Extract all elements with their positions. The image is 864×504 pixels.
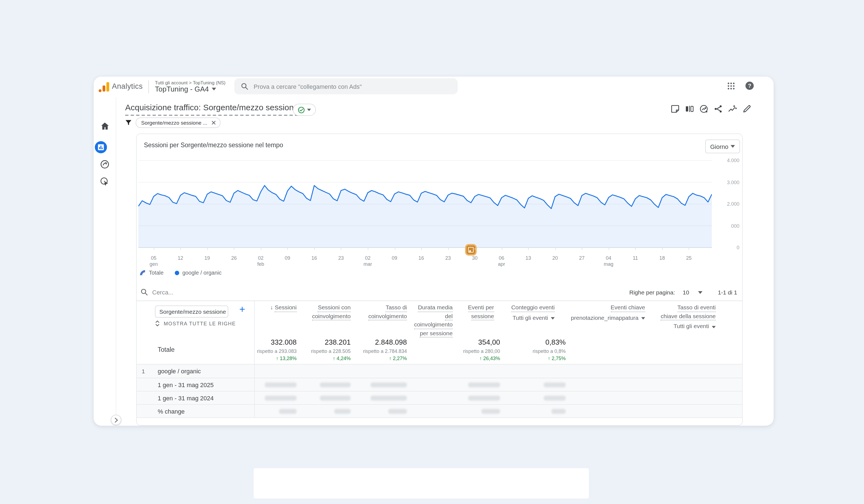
global-search-input[interactable]: Prova a cercare "collegamento con Ads": [234, 78, 458, 94]
chevron-down-icon[interactable]: [698, 291, 703, 293]
x-axis-label: 23: [436, 255, 460, 261]
x-axis-tick: [421, 248, 422, 250]
redacted-value: [551, 409, 566, 413]
row-label: 1 gen - 31 mag 2025: [158, 381, 214, 388]
legend-item[interactable]: Totale: [140, 269, 164, 276]
redacted-value: [371, 395, 407, 400]
chevron-down-icon: [212, 88, 216, 91]
granularity-select[interactable]: Giorno: [705, 140, 740, 153]
column-header[interactable]: Conteggio eventiTutti gli eventi: [511, 303, 555, 321]
add-dimension-button[interactable]: +: [239, 304, 245, 315]
x-axis-tick: [475, 248, 475, 250]
help-icon[interactable]: ?: [745, 82, 754, 90]
explore-icon: [100, 159, 110, 169]
page-note-icon[interactable]: [671, 104, 680, 113]
share-icon[interactable]: [713, 104, 723, 113]
x-axis-tick: [314, 248, 315, 250]
expand-nav-button[interactable]: [111, 415, 121, 425]
close-icon[interactable]: [211, 120, 216, 125]
sidebar-item-advertising[interactable]: [100, 177, 110, 187]
column-header[interactable]: Eventi chiaveprenotazione_rimappatura: [571, 303, 645, 321]
totals-fan-icon: [140, 269, 146, 276]
column-header[interactable]: Tasso dicoinvolgimento: [368, 303, 407, 320]
x-axis-tick: [234, 248, 235, 250]
breadcrumb: Tutti gli account > TopTuning (NS): [155, 80, 226, 85]
page-title: Acquisizione traffico: Sorgente/mezzo se…: [125, 103, 298, 116]
redacted-value: [468, 382, 500, 387]
x-axis-tick: [689, 248, 689, 250]
x-axis-label: 05gen: [141, 255, 166, 267]
totals-cell: 354,00rispetto a 280,00↑ 26,43%: [463, 338, 500, 361]
metric-event-select[interactable]: prenotazione_rimappatura: [571, 313, 645, 321]
column-header[interactable]: Sessioni concoinvolgimento: [312, 303, 351, 320]
column-header[interactable]: ↓Sessioni: [270, 303, 297, 312]
report-validity-badge[interactable]: [293, 104, 316, 116]
x-axis-label: 16: [302, 255, 326, 261]
edit-pencil-icon[interactable]: [742, 104, 752, 113]
account-switcher[interactable]: TopTuning - GA4: [155, 85, 216, 93]
metric-event-select[interactable]: Tutti gli eventi: [661, 322, 716, 330]
table-row[interactable]: 1 gen - 31 mag 2024: [137, 391, 742, 404]
series-dot-icon: [175, 271, 179, 275]
x-axis-label: 30: [463, 255, 487, 261]
chevron-right-icon: [114, 417, 118, 423]
chevron-down-icon: [551, 317, 555, 320]
y-axis-label: 4.000: [712, 158, 740, 163]
chevron-down-icon: [307, 109, 311, 111]
filter-chip-label: Sorgente/mezzo sessione ...: [141, 120, 207, 126]
redacted-value: [265, 395, 297, 400]
x-axis-tick: [555, 248, 555, 250]
table-search-icon: [141, 288, 148, 296]
legend-label: google / organic: [182, 269, 221, 276]
x-axis-tick: [635, 248, 636, 250]
column-header[interactable]: Durata mediadelcoinvolgimentoper session…: [414, 303, 453, 337]
x-axis-tick: [368, 248, 368, 250]
chevron-down-icon: [731, 145, 735, 148]
rows-per-page-select[interactable]: 10: [683, 289, 689, 296]
y-axis-label: 000: [712, 223, 740, 229]
table-row[interactable]: 1google / organic: [137, 364, 742, 378]
chevron-down-icon: [712, 326, 716, 328]
filter-chip[interactable]: Sorgente/mezzo sessione ...: [136, 118, 220, 128]
x-axis-label: 13: [516, 255, 540, 261]
x-axis-tick: [662, 248, 663, 250]
apps-grid-icon[interactable]: [727, 82, 735, 89]
report-actions-toolbar: [671, 104, 752, 113]
sidebar-item-explore[interactable]: [100, 159, 110, 169]
column-header[interactable]: Tasso di eventichiave della sessioneTutt…: [661, 303, 716, 330]
report-card: Sessioni per Sorgente/mezzo sessione nel…: [136, 133, 743, 426]
annotation-marker-icon[interactable]: [467, 245, 475, 254]
x-axis-tick: [181, 248, 181, 250]
x-axis-label: 09: [382, 255, 407, 261]
insights-icon[interactable]: [699, 104, 708, 113]
y-axis-label: 0: [712, 245, 740, 250]
x-axis-label: 04mag: [597, 255, 621, 267]
table-row[interactable]: 1 gen - 31 mag 2025: [137, 378, 742, 391]
table-row[interactable]: % change: [137, 404, 742, 417]
row-index: 1: [142, 368, 145, 374]
redacted-value: [371, 382, 407, 387]
legend-label: Totale: [149, 269, 164, 276]
x-axis-label: 06apr: [489, 255, 514, 267]
sidebar-item-reports[interactable]: [95, 141, 107, 153]
column-header[interactable]: Eventi persessione: [468, 303, 494, 320]
chart-title: Sessioni per Sorgente/mezzo sessione nel…: [144, 142, 283, 148]
table-search-input[interactable]: Cerca...: [152, 289, 173, 296]
sessions-time-series-chart[interactable]: [139, 158, 712, 250]
legend-item[interactable]: google / organic: [175, 269, 221, 276]
google-analytics-logo-icon: [99, 82, 109, 92]
sidebar-item-home[interactable]: [100, 121, 110, 131]
sparkline-insights-icon[interactable]: [728, 104, 737, 113]
x-axis-tick: [341, 248, 341, 250]
show-all-rows-button[interactable]: MOSTRA TUTTE LE RIGHE: [155, 320, 236, 327]
dimension-select[interactable]: Sorgente/mezzo sessione: [155, 305, 228, 317]
comparison-icon[interactable]: [685, 104, 694, 113]
filter-funnel-icon: [125, 119, 132, 126]
row-label: % change: [158, 408, 185, 415]
x-axis-label: 18: [650, 255, 674, 261]
redacted-value: [544, 382, 566, 387]
reports-bar-chart-icon: [96, 143, 105, 152]
divider: [148, 81, 149, 93]
metric-event-select[interactable]: Tutti gli eventi: [511, 313, 555, 321]
advertising-icon: [100, 176, 110, 187]
